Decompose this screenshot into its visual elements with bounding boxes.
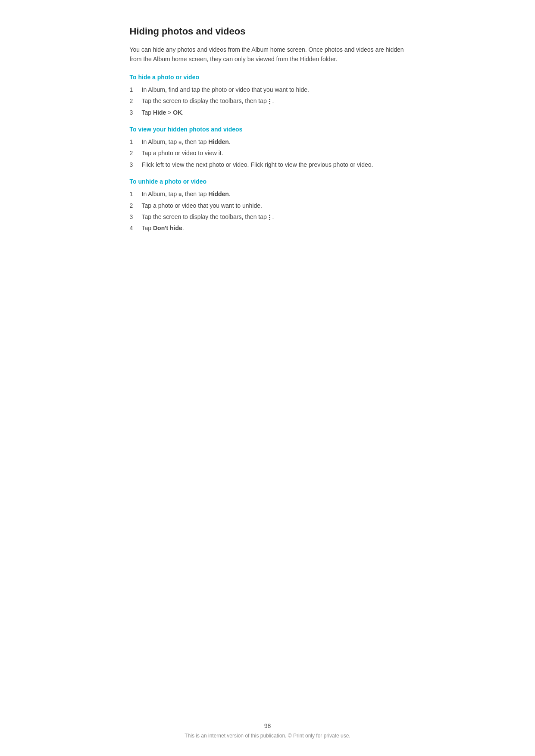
section-heading-view: To view your hidden photos and videos bbox=[130, 126, 406, 133]
list-item: 1 In Album, find and tap the photo or vi… bbox=[130, 85, 406, 94]
page-title: Hiding photos and videos bbox=[130, 26, 406, 37]
step-text: Tap Hide > OK. bbox=[142, 108, 406, 117]
step-text: Tap a photo or video to view it. bbox=[142, 148, 406, 158]
more-icon bbox=[269, 99, 270, 104]
list-item: 1 In Album, tap ≡, then tap Hidden. bbox=[130, 137, 406, 147]
list-item: 3 Flick left to view the next photo or v… bbox=[130, 160, 406, 169]
bold-text: OK bbox=[173, 109, 182, 116]
step-text: Tap Don't hide. bbox=[142, 223, 406, 233]
unhide-steps-list: 1 In Album, tap ≡, then tap Hidden. 2 Ta… bbox=[130, 189, 406, 233]
content-area: Hiding photos and videos You can hide an… bbox=[121, 26, 414, 242]
menu-icon: ≡ bbox=[178, 139, 181, 145]
section-heading-unhide: To unhide a photo or video bbox=[130, 178, 406, 185]
section-heading-hide: To hide a photo or video bbox=[130, 74, 406, 81]
list-item: 2 Tap a photo or video that you want to … bbox=[130, 201, 406, 210]
view-hidden-steps-list: 1 In Album, tap ≡, then tap Hidden. 2 Ta… bbox=[130, 137, 406, 169]
step-number: 1 bbox=[130, 85, 142, 94]
hide-steps-list: 1 In Album, find and tap the photo or vi… bbox=[130, 85, 406, 117]
section-unhide: To unhide a photo or video 1 In Album, t… bbox=[130, 178, 406, 233]
step-text: Flick left to view the next photo or vid… bbox=[142, 160, 406, 169]
step-text: In Album, find and tap the photo or vide… bbox=[142, 85, 406, 94]
bold-text: Hide bbox=[153, 109, 166, 116]
step-text: In Album, tap ≡, then tap Hidden. bbox=[142, 137, 406, 147]
menu-icon: ≡ bbox=[178, 191, 181, 197]
step-number: 3 bbox=[130, 160, 142, 169]
list-item: 2 Tap a photo or video to view it. bbox=[130, 148, 406, 158]
bold-text: Don't hide bbox=[153, 225, 182, 231]
list-item: 1 In Album, tap ≡, then tap Hidden. bbox=[130, 189, 406, 199]
page-footer: 98 This is an internet version of this p… bbox=[0, 722, 535, 739]
step-number: 2 bbox=[130, 201, 142, 210]
bold-text: Hidden bbox=[208, 138, 228, 145]
step-number: 2 bbox=[130, 96, 142, 106]
step-text: Tap the screen to display the toolbars, … bbox=[142, 212, 406, 222]
step-text: In Album, tap ≡, then tap Hidden. bbox=[142, 189, 406, 199]
list-item: 4 Tap Don't hide. bbox=[130, 223, 406, 233]
list-item: 2 Tap the screen to display the toolbars… bbox=[130, 96, 406, 106]
list-item: 3 Tap Hide > OK. bbox=[130, 108, 406, 117]
list-item: 3 Tap the screen to display the toolbars… bbox=[130, 212, 406, 222]
step-number: 1 bbox=[130, 189, 142, 199]
section-hide: To hide a photo or video 1 In Album, fin… bbox=[130, 74, 406, 117]
step-number: 3 bbox=[130, 108, 142, 117]
more-icon bbox=[269, 215, 270, 220]
page-container: Hiding photos and videos You can hide an… bbox=[0, 0, 535, 756]
step-number: 3 bbox=[130, 212, 142, 222]
section-view-hidden: To view your hidden photos and videos 1 … bbox=[130, 126, 406, 169]
step-number: 2 bbox=[130, 148, 142, 158]
footer-text: This is an internet version of this publ… bbox=[185, 733, 350, 739]
step-number: 1 bbox=[130, 137, 142, 147]
step-text: Tap a photo or video that you want to un… bbox=[142, 201, 406, 210]
step-number: 4 bbox=[130, 223, 142, 233]
bold-text: Hidden bbox=[208, 191, 228, 197]
page-number: 98 bbox=[264, 722, 271, 729]
step-text: Tap the screen to display the toolbars, … bbox=[142, 96, 406, 106]
intro-text: You can hide any photos and videos from … bbox=[130, 45, 406, 64]
